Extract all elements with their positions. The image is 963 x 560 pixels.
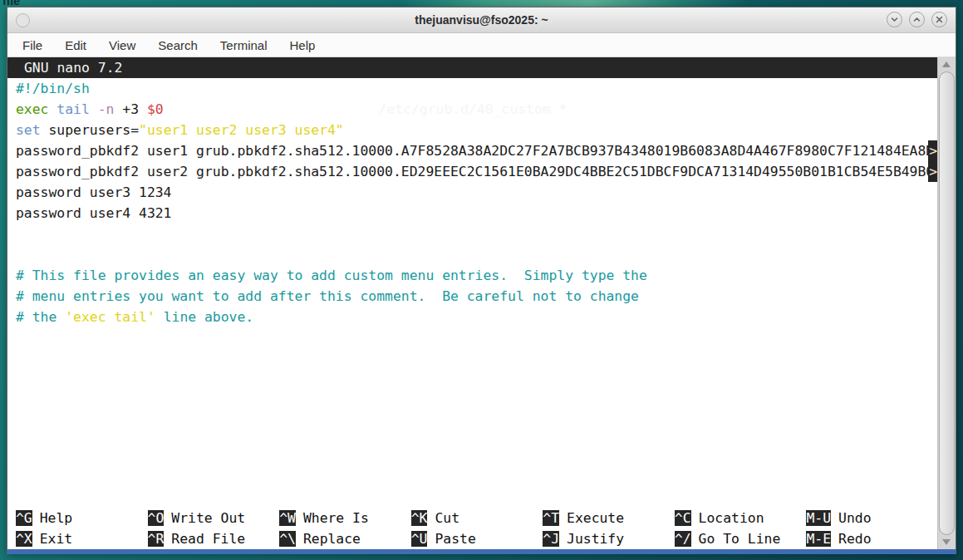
editor-area: #!/bin/shexec tail -n +3 $0set superuser… <box>16 78 938 508</box>
code-segment: line above. <box>155 309 253 325</box>
shortcut-key: ^K <box>411 510 428 526</box>
editor-line: password_pbkdf2 user2 grub.pbkdf2.sha512… <box>16 161 938 182</box>
editor-line: exec tail -n +3 $0 <box>16 99 938 120</box>
nano-app-title: GNU nano 7.2 <box>24 57 122 78</box>
shortcut-key: ^O <box>148 510 165 526</box>
shortcut-key: ^J <box>543 531 559 547</box>
editor-line: # the 'exec tail' line above. <box>16 307 938 327</box>
chevron-down-icon <box>890 15 899 24</box>
code-segment: password_pbkdf2 user2 grub.pbkdf2.sha512… <box>16 164 934 179</box>
shortcut-key: ^R <box>148 531 165 547</box>
close-icon <box>935 15 944 24</box>
code-segment: tail <box>57 101 89 117</box>
code-segment: # This file provides an easy way to add … <box>16 268 647 283</box>
shortcut-key: ^T <box>543 510 559 526</box>
editor-line: password user3 1234 <box>16 182 938 203</box>
code-segment <box>48 101 57 117</box>
shortcut-key: ^U <box>411 531 428 547</box>
shortcut-key: ^/ <box>675 531 691 547</box>
terminal-window: thejuanvisu@fso2025: ~ FileEditViewSearc… <box>7 7 956 554</box>
shortcut-label: Justify <box>559 531 624 547</box>
editor-line: # This file provides an easy way to add … <box>16 265 938 286</box>
code-segment: # menu entries you want to add after thi… <box>16 288 639 304</box>
shortcut-redo: M-ERedo <box>806 528 938 549</box>
code-segment: set <box>16 122 41 138</box>
menu-item-search[interactable]: Search <box>158 38 198 52</box>
terminal-viewport[interactable]: /etc/grub.d/40_custom * GNU nano 7.2 #!/… <box>7 57 956 549</box>
shortcut-key: ^\ <box>279 531 296 547</box>
editor-line <box>16 244 938 265</box>
shortcut-label: Exit <box>32 531 72 547</box>
shortcut-paste: ^UPaste <box>411 528 543 549</box>
close-button[interactable] <box>931 12 947 27</box>
code-segment: $0 <box>147 101 164 117</box>
shortcut-label: Go To Line <box>691 531 781 547</box>
shortcut-key: ^W <box>279 510 296 526</box>
code-segment <box>90 101 98 117</box>
editor-line: # menu entries you want to add after thi… <box>16 286 938 307</box>
menu-item-terminal[interactable]: Terminal <box>220 38 268 52</box>
shortcut-label: Redo <box>831 531 871 547</box>
shortcut-justify: ^JJustify <box>543 528 675 549</box>
menubar: FileEditViewSearchTerminalHelp <box>7 33 956 57</box>
nano-shortcut-bar: ^GHelp^OWrite Out^WWhere Is^KCut^TExecut… <box>16 508 938 549</box>
shortcut-execute: ^TExecute <box>543 508 675 528</box>
code-segment: password_pbkdf2 user1 grub.pbkdf2.sha512… <box>16 143 934 159</box>
window-titlebar[interactable]: thejuanvisu@fso2025: ~ <box>7 7 956 33</box>
shortcut-key: ^X <box>16 531 32 547</box>
shortcut-label: Write Out <box>164 510 245 526</box>
shortcut-key: ^C <box>675 510 691 526</box>
shortcut-read-file: ^RRead File <box>148 528 280 549</box>
editor-line: set superusers="user1 user2 user3 user4" <box>16 120 938 140</box>
shortcut-key: M-U <box>806 510 831 526</box>
menu-item-view[interactable]: View <box>109 38 135 52</box>
shortcut-key: ^G <box>16 510 32 526</box>
scrollbar[interactable] <box>937 57 956 549</box>
shortcut-location: ^CLocation <box>675 508 807 528</box>
code-segment: +3 <box>114 101 146 117</box>
shortcut-label: Replace <box>296 531 361 547</box>
editor-line <box>16 224 938 244</box>
editor-line: password user4 4321 <box>16 203 938 224</box>
scrollbar-up-arrow-icon[interactable] <box>942 61 951 67</box>
maximize-button[interactable] <box>909 12 925 27</box>
shortcut-undo: M-UUndo <box>806 508 938 528</box>
code-segment: password user3 1234 <box>16 184 172 200</box>
menu-item-file[interactable]: File <box>22 38 42 52</box>
shortcut-key: M-E <box>806 531 831 547</box>
shortcut-exit: ^XExit <box>16 528 148 549</box>
terminal-text-area: /etc/grub.d/40_custom * GNU nano 7.2 #!/… <box>7 57 938 549</box>
editor-line: #!/bin/sh <box>16 78 938 99</box>
code-segment: superusers= <box>41 122 139 138</box>
scrollbar-thumb[interactable] <box>939 71 955 535</box>
code-segment: exec <box>16 101 48 117</box>
scrollbar-down-arrow-icon[interactable] <box>942 539 951 545</box>
shortcut-label: Where Is <box>296 510 369 526</box>
shortcut-label: Location <box>691 510 764 526</box>
shortcut-label: Help <box>32 510 72 526</box>
window-title: thejuanvisu@fso2025: ~ <box>415 13 548 27</box>
app-circle-icon <box>16 13 30 27</box>
shortcut-label: Undo <box>831 510 871 526</box>
code-segment: -n <box>98 101 115 117</box>
shortcut-label: Paste <box>427 531 475 547</box>
shortcut-where-is: ^WWhere Is <box>279 508 411 528</box>
chevron-up-icon <box>912 15 921 24</box>
shortcut-label: Read File <box>164 531 245 547</box>
shortcut-replace: ^\Replace <box>279 528 411 549</box>
menu-item-help[interactable]: Help <box>290 38 316 52</box>
shortcut-cut: ^KCut <box>411 508 543 528</box>
editor-line: password_pbkdf2 user1 grub.pbkdf2.sha512… <box>16 140 938 161</box>
shortcut-label: Cut <box>427 510 459 526</box>
minimize-button[interactable] <box>887 12 902 27</box>
code-segment: # the <box>16 309 65 325</box>
code-segment: password user4 4321 <box>16 205 172 221</box>
code-segment: 'exec tail' <box>65 309 155 325</box>
shortcut-write-out: ^OWrite Out <box>148 508 280 528</box>
code-segment: #!/bin/sh <box>16 81 90 96</box>
shortcut-go-to-line: ^/Go To Line <box>675 528 807 549</box>
nano-header: /etc/grub.d/40_custom * GNU nano 7.2 <box>7 57 938 78</box>
window-controls <box>887 12 947 27</box>
menu-item-edit[interactable]: Edit <box>65 38 86 52</box>
shortcut-label: Execute <box>559 510 624 526</box>
